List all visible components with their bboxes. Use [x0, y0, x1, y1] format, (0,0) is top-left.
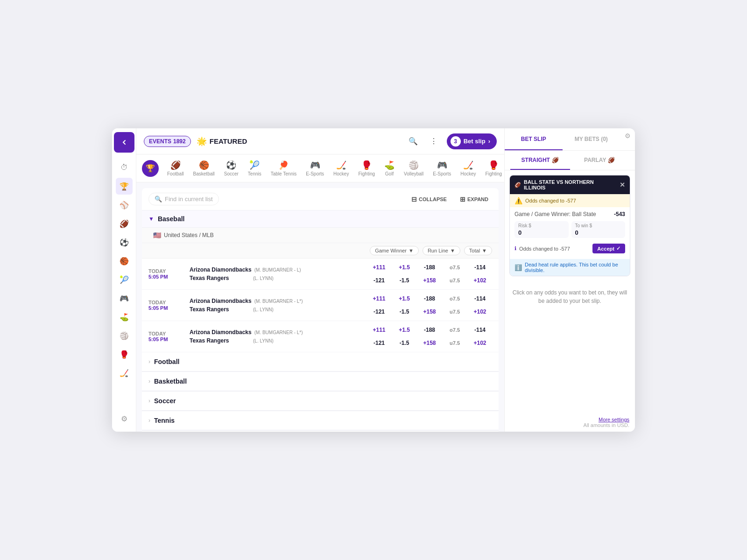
panel-hint: Click on any odds you want to bet on, th… [505, 281, 635, 313]
football-section-header[interactable]: › Football [142, 352, 499, 371]
tab-parlay[interactable]: PARLAY 🏈 [570, 151, 630, 170]
odds-cell[interactable]: -114 [468, 261, 492, 273]
odds-cell[interactable]: -1.5 [392, 274, 416, 287]
basketball-section: › Basketball [142, 372, 499, 392]
odds-cell[interactable]: -188 [417, 293, 442, 305]
odds-cell[interactable]: -1.5 [392, 306, 416, 318]
odds-cell[interactable]: u7.5 [443, 337, 467, 349]
sidebar-item-featured[interactable]: 🏆 [116, 178, 133, 195]
sidebar-item-soccer[interactable]: ⚽ [116, 234, 133, 251]
tennis-chevron-icon: › [148, 417, 150, 424]
sidebar-item-football[interactable]: 🏈 [116, 215, 133, 232]
tab-my-bets[interactable]: MY BETS (0) [563, 128, 620, 150]
odds-cell[interactable]: -121 [367, 337, 391, 349]
more-settings-link[interactable]: More settings [599, 417, 629, 422]
odds-cell[interactable]: o7.5 [443, 324, 467, 336]
odds-cell[interactable]: +1.5 [392, 324, 416, 336]
basketball-section-title: Basketball [154, 378, 187, 385]
volleyball-sport-icon: 🏐 [409, 160, 419, 170]
sport-item-hockey2[interactable]: 🏒 Hockey [456, 157, 480, 179]
odds-cell[interactable]: +158 [417, 274, 442, 287]
tab-bet-slip[interactable]: BET SLIP [505, 128, 563, 150]
sport-item-volleyball[interactable]: 🏐 Volleyball [399, 157, 428, 179]
sidebar-item-hockey[interactable]: 🏒 [116, 364, 133, 381]
accept-button[interactable]: Accept ✓ [592, 244, 625, 253]
odds-cell[interactable]: -1.5 [392, 337, 416, 349]
tabletennis-section: › Table Tennis [142, 431, 499, 432]
sport-item-football[interactable]: 🏈 Football [162, 157, 189, 179]
sport-item-soccer[interactable]: ⚽ Soccer [219, 157, 243, 179]
sport-item-hockey[interactable]: 🏒 Hockey [329, 157, 353, 179]
sport-item-fighting2[interactable]: 🥊 Fighting [481, 157, 504, 179]
sidebar-item-volleyball[interactable]: 🏐 [116, 327, 133, 344]
sidebar-item-golf[interactable]: ⛳ [116, 308, 133, 325]
odds-cell[interactable]: o7.5 [443, 261, 467, 273]
odds-cell[interactable]: -114 [468, 324, 492, 336]
events-badge: EVENTS 1892 [144, 136, 191, 147]
bet-card-warning: ⚠️ Odds changed to -577 [510, 194, 630, 207]
odds-cell[interactable]: +111 [367, 293, 391, 305]
sidebar-item-baseball[interactable]: ⚾ [116, 196, 133, 213]
sport-item-tennis[interactable]: 🎾 Tennis [243, 157, 266, 179]
more-options-button[interactable]: ⋮ [426, 134, 441, 149]
sport-item-esports2[interactable]: 🎮 E-Sports [428, 157, 456, 179]
header: EVENTS 1892 🌟 FEATURED 🔍 ⋮ 3 Bet slip › [136, 128, 504, 154]
run-line-col-btn[interactable]: Run Line ▼ [423, 246, 460, 255]
sport-item-basketball[interactable]: 🏀 Basketball [189, 157, 219, 179]
basketball-section-header[interactable]: › Basketball [142, 372, 499, 391]
odds-cell[interactable]: -121 [367, 274, 391, 287]
odds-cell[interactable]: +111 [367, 324, 391, 336]
tabletennis-section-header[interactable]: › Table Tennis [142, 431, 499, 432]
sidebar-item-live[interactable]: ⏱ [116, 159, 133, 176]
sidebar-collapse-btn[interactable] [114, 132, 134, 153]
sport-item-esports[interactable]: 🎮 E-Sports [301, 157, 329, 179]
odds-cell[interactable]: +1.5 [392, 261, 416, 273]
odds-cell[interactable]: +158 [417, 306, 442, 318]
odds-cell[interactable]: -121 [367, 306, 391, 318]
sidebar-item-settings[interactable]: ⚙ [116, 410, 133, 427]
odds-cell[interactable]: o7.5 [443, 293, 467, 305]
odds-cell[interactable]: u7.5 [443, 306, 467, 318]
tennis-sport-icon: 🎾 [249, 160, 260, 170]
search-button[interactable]: 🔍 [406, 134, 421, 149]
trophy-nav-icon[interactable]: 🏆 [142, 160, 159, 177]
towin-input[interactable] [575, 229, 599, 236]
gear-button[interactable]: ⚙ [620, 128, 635, 143]
sport-item-fighting[interactable]: 🥊 Fighting [353, 157, 380, 179]
soccer-section-header[interactable]: › Soccer [142, 392, 499, 411]
mlb-subsection-header: 🇺🇸 United States / MLB [142, 228, 499, 243]
collapse-button[interactable]: ⊟ COLLAPSE [408, 194, 451, 205]
baseball-section-header[interactable]: ▼ Baseball [142, 210, 499, 228]
odds-grid-2: +111 +1.5 -188 o7.5 -114 -121 -1.5 +158 … [367, 293, 492, 318]
odds-cell[interactable]: +102 [468, 337, 492, 349]
odds-cell[interactable]: +102 [468, 274, 492, 287]
odds-cell[interactable]: -114 [468, 293, 492, 305]
risk-input[interactable] [518, 229, 542, 236]
expand-button[interactable]: ⊞ EXPAND [456, 194, 492, 205]
tennis-section-header[interactable]: › Tennis [142, 411, 499, 430]
golf-sport-icon: ⛳ [384, 160, 395, 170]
sport-item-golf[interactable]: ⛳ Golf [380, 157, 399, 179]
content-area: 🔍 Find in current list ⊟ COLLAPSE ⊞ EXPA… [136, 182, 504, 432]
odds-cell[interactable]: +1.5 [392, 293, 416, 305]
sidebar-item-basketball[interactable]: 🏀 [116, 252, 133, 269]
warning-icon: ⚠️ [514, 197, 522, 204]
game-winner-col-btn[interactable]: Game Winner ▼ [370, 246, 419, 255]
sidebar-item-esports[interactable]: 🎮 [116, 290, 133, 307]
total-col-btn[interactable]: Total ▼ [464, 246, 492, 255]
bet-slip-header-button[interactable]: 3 Bet slip › [447, 133, 497, 149]
sidebar-item-tennis[interactable]: 🎾 [116, 271, 133, 288]
search-box[interactable]: 🔍 Find in current list [148, 193, 219, 205]
odds-cell[interactable]: +111 [367, 261, 391, 273]
odds-cell[interactable]: +158 [417, 337, 442, 349]
search-icon: 🔍 [155, 196, 162, 203]
odds-cell[interactable]: u7.5 [443, 274, 467, 287]
odds-cell[interactable]: -188 [417, 261, 442, 273]
sidebar-item-fighting[interactable]: 🥊 [116, 346, 133, 363]
odds-cell[interactable]: -188 [417, 324, 442, 336]
sport-item-tabletennis[interactable]: 🏓 Table Tennis [266, 157, 301, 179]
bet-card-close-button[interactable]: ✕ [620, 181, 625, 189]
fighting2-sport-icon: 🥊 [488, 160, 499, 170]
odds-cell[interactable]: +102 [468, 306, 492, 318]
tab-straight[interactable]: STRAIGHT 🏈 [510, 151, 570, 170]
